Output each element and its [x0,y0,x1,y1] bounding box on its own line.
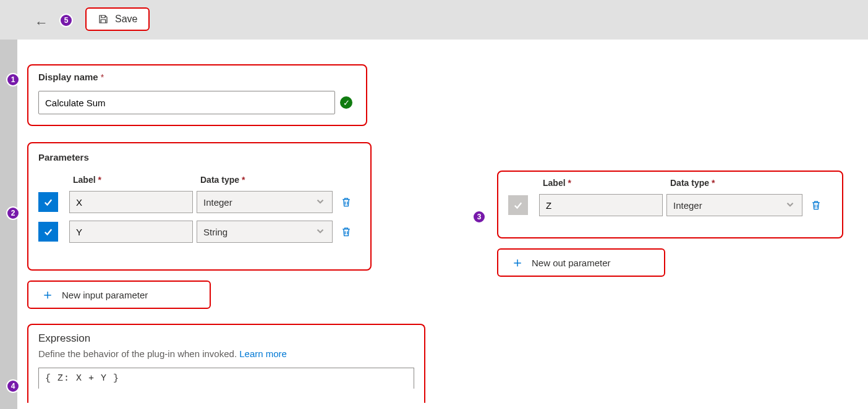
display-name-label: Display name [38,72,98,82]
callout-5: 5 [59,14,73,27]
input-datatype-header: Data type [200,175,239,185]
plus-icon: ＋ [41,285,54,304]
delete-param-button[interactable] [336,226,356,238]
param-type-dropdown[interactable]: Integer [197,191,333,213]
chevron-down-icon [785,199,796,212]
callout-3: 3 [472,210,486,224]
expression-section: Expression Define the behavior of the pl… [27,324,425,403]
expression-description: Define the behavior of the plug-in when … [38,348,237,359]
valid-check-icon: ✓ [340,96,352,109]
learn-more-link[interactable]: Learn more [239,348,287,359]
callout-1: 1 [6,73,20,86]
output-parameters-section: Label* Data type* Integer [497,171,843,238]
param-checkbox[interactable] [38,222,58,242]
param-checkbox[interactable] [38,192,58,212]
parameters-title: Parameters [38,152,360,162]
param-type-dropdown[interactable]: String [197,221,333,243]
new-input-parameter-button[interactable]: ＋ New input parameter [27,280,211,309]
input-parameters-section: Parameters Label* Data type* Integer Str… [27,142,372,271]
input-label-header: Label [73,175,96,185]
plus-icon: ＋ [511,253,524,272]
callout-4: 4 [6,379,20,393]
expression-title: Expression [38,332,414,345]
param-label-input[interactable] [539,194,663,216]
back-arrow-icon[interactable]: ← [35,15,48,31]
param-label-input[interactable] [69,191,193,213]
chevron-down-icon [315,226,326,238]
param-checkbox[interactable] [508,195,528,215]
input-param-row: String [38,221,360,243]
delete-param-button[interactable] [336,196,356,208]
input-param-row: Integer [38,191,360,213]
new-out-parameter-label: New out parameter [532,258,611,268]
expression-input[interactable]: { Z: X + Y } [38,368,414,389]
save-icon [98,14,109,25]
output-label-header: Label [543,178,566,188]
delete-param-button[interactable] [806,199,826,211]
output-param-row: Integer [508,194,832,216]
save-button[interactable]: Save [85,7,150,31]
chevron-down-icon [315,196,326,209]
new-input-parameter-label: New input parameter [62,290,148,300]
param-type-dropdown[interactable]: Integer [666,194,802,216]
display-name-label-row: Display name* [38,72,356,82]
output-datatype-header: Data type [670,178,709,188]
required-star: * [101,72,104,82]
save-label: Save [115,14,137,25]
param-label-input[interactable] [69,221,193,243]
callout-2: 2 [6,206,20,220]
new-out-parameter-button[interactable]: ＋ New out parameter [497,248,665,277]
display-name-section: Display name* ✓ [27,64,367,126]
expression-description-row: Define the behavior of the plug-in when … [38,348,414,359]
display-name-input[interactable] [38,91,335,114]
